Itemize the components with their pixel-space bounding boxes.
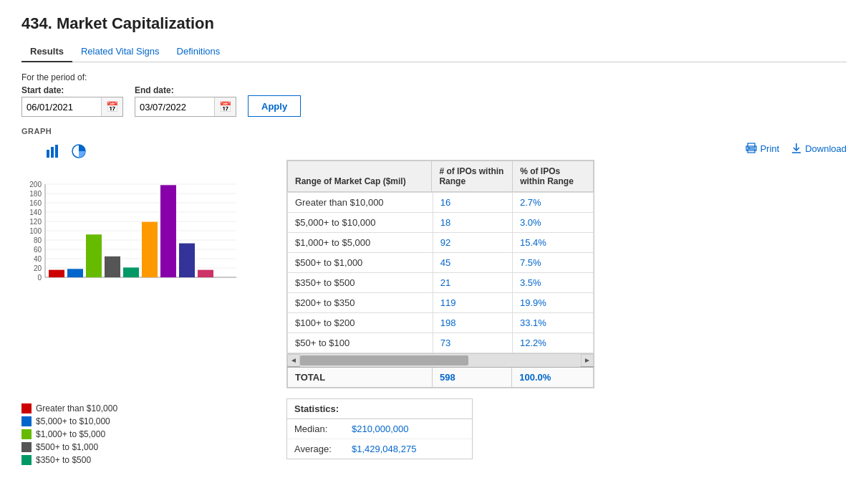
print-icon — [746, 143, 757, 154]
start-date-input[interactable] — [22, 98, 101, 116]
stats-average-value: $1,429,048,275 — [344, 439, 423, 459]
period-section: For the period of: Start date: 📅 End dat… — [21, 72, 847, 117]
cell-pct-4: 3.5% — [513, 273, 594, 293]
legend-item-3: $1,000+ to $5,000 — [21, 429, 265, 439]
page-title: 434. Market Capitalization — [21, 14, 847, 33]
legend-label-4: $500+ to $1,000 — [36, 442, 98, 452]
col-header-pct: % of IPOs within Range — [513, 161, 594, 192]
pie-chart-icon-btn[interactable] — [69, 143, 89, 163]
cell-range-2: $1,000+ to $5,000 — [288, 233, 433, 253]
right-panel: Print Download — [286, 143, 847, 459]
date-row: Start date: 📅 End date: 📅 Apply — [21, 85, 847, 117]
svg-text:200: 200 — [29, 181, 42, 188]
svg-text:0: 0 — [37, 274, 42, 282]
table-row: $100+ to $200 198 33.1% — [288, 313, 594, 333]
cell-pct-2: 15.4% — [513, 233, 594, 253]
svg-text:100: 100 — [29, 227, 42, 235]
tabs-bar: Results Related Vital Signs Definitions — [21, 42, 847, 62]
table-row: $1,000+ to $5,000 92 15.4% — [288, 233, 594, 253]
stats-median-value: $210,000,000 — [344, 419, 416, 439]
svg-rect-30 — [86, 234, 102, 277]
start-date-input-wrap: 📅 — [21, 97, 123, 117]
chart-area: 200 180 160 140 120 100 80 60 40 20 0 — [21, 143, 265, 468]
legend-label-2: $5,000+ to $10,000 — [36, 416, 110, 426]
scroll-track[interactable] — [300, 354, 581, 367]
bar-chart-icon-btn[interactable] — [43, 143, 64, 163]
cell-pct-3: 7.5% — [513, 253, 594, 273]
svg-text:140: 140 — [29, 209, 42, 216]
svg-rect-36 — [198, 270, 213, 277]
end-date-group: End date: 📅 — [135, 85, 236, 117]
cell-range-6: $100+ to $200 — [288, 313, 433, 333]
end-date-input[interactable] — [135, 98, 214, 116]
tab-results[interactable]: Results — [21, 42, 72, 62]
chart-legend: Greater than $10,000 $5,000+ to $10,000 … — [21, 403, 265, 465]
svg-text:80: 80 — [34, 236, 42, 244]
cell-range-3: $500+ to $1,000 — [288, 253, 433, 273]
legend-item-1: Greater than $10,000 — [21, 403, 265, 413]
apply-button[interactable]: Apply — [248, 95, 301, 117]
cell-range-5: $200+ to $350 — [288, 293, 433, 313]
stats-median-label: Median: — [287, 419, 344, 439]
legend-color-2 — [21, 416, 32, 426]
data-table-footer: TOTAL 598 100.0% — [287, 366, 594, 388]
cell-count-7: 73 — [433, 333, 512, 353]
svg-rect-31 — [105, 257, 120, 277]
cell-pct-0: 2.7% — [513, 193, 594, 213]
scroll-right-arrow[interactable]: ► — [581, 354, 594, 367]
cell-count-0: 16 — [433, 193, 512, 213]
content-area: 200 180 160 140 120 100 80 60 40 20 0 — [21, 143, 847, 468]
svg-rect-35 — [179, 244, 195, 277]
scroll-thumb[interactable] — [300, 355, 468, 365]
legend-color-1 — [21, 403, 32, 413]
print-link[interactable]: Print — [746, 143, 779, 154]
table-row: $50+ to $100 73 12.2% — [288, 333, 594, 353]
statistics-section: Statistics: Median: $210,000,000 Average… — [286, 398, 473, 459]
bar-chart: 200 180 160 140 120 100 80 60 40 20 0 — [21, 166, 251, 396]
data-table-container: Range of Market Cap ($mil) # of IPOs wit… — [286, 160, 594, 388]
svg-rect-32 — [123, 267, 139, 277]
data-table-header: Range of Market Cap ($mil) # of IPOs wit… — [287, 161, 594, 192]
graph-section: GRAPH — [21, 127, 847, 135]
col-header-range: Range of Market Cap ($mil) — [288, 161, 432, 192]
stats-row-average: Average: $1,429,048,275 — [287, 439, 472, 459]
svg-rect-0 — [47, 150, 49, 158]
tab-vital-signs[interactable]: Related Vital Signs — [72, 42, 168, 62]
cell-pct-1: 3.0% — [513, 213, 594, 233]
start-date-calendar-icon[interactable]: 📅 — [101, 97, 122, 116]
download-link[interactable]: Download — [791, 143, 847, 154]
legend-item-5: $350+ to $500 — [21, 455, 265, 465]
svg-text:180: 180 — [29, 190, 42, 198]
svg-rect-2 — [55, 145, 58, 158]
start-date-label: Start date: — [21, 85, 123, 95]
end-date-calendar-icon[interactable]: 📅 — [214, 97, 236, 116]
cell-pct-6: 33.1% — [513, 313, 594, 333]
svg-text:120: 120 — [29, 218, 42, 226]
chart-toolbar — [43, 143, 265, 163]
download-icon — [791, 143, 802, 154]
svg-rect-29 — [67, 269, 83, 277]
table-row: $350+ to $500 21 3.5% — [288, 273, 594, 293]
legend-color-3 — [21, 429, 32, 439]
horizontal-scrollbar[interactable]: ◄ ► — [287, 353, 594, 366]
col-header-count: # of IPOs within Range — [432, 161, 513, 192]
cell-count-3: 45 — [433, 253, 512, 273]
scroll-left-arrow[interactable]: ◄ — [287, 354, 300, 367]
data-table-body-scroll[interactable]: Greater than $10,000 16 2.7% $5,000+ to … — [287, 192, 594, 353]
total-pct: 100.0% — [512, 367, 594, 388]
total-label: TOTAL — [288, 367, 433, 388]
cell-range-4: $350+ to $500 — [288, 273, 433, 293]
period-label: For the period of: — [21, 72, 847, 82]
cell-count-2: 92 — [433, 233, 512, 253]
stats-average-label: Average: — [287, 439, 344, 459]
legend-item-4: $500+ to $1,000 — [21, 442, 265, 452]
svg-text:160: 160 — [29, 199, 42, 207]
tab-definitions[interactable]: Definitions — [168, 42, 229, 62]
cell-pct-5: 19.9% — [513, 293, 594, 313]
statistics-title: Statistics: — [287, 399, 472, 419]
svg-text:20: 20 — [34, 264, 42, 272]
cell-count-1: 18 — [433, 213, 512, 233]
cell-range-0: Greater than $10,000 — [288, 193, 433, 213]
legend-label-5: $350+ to $500 — [36, 455, 91, 465]
print-download-bar: Print Download — [286, 143, 847, 154]
